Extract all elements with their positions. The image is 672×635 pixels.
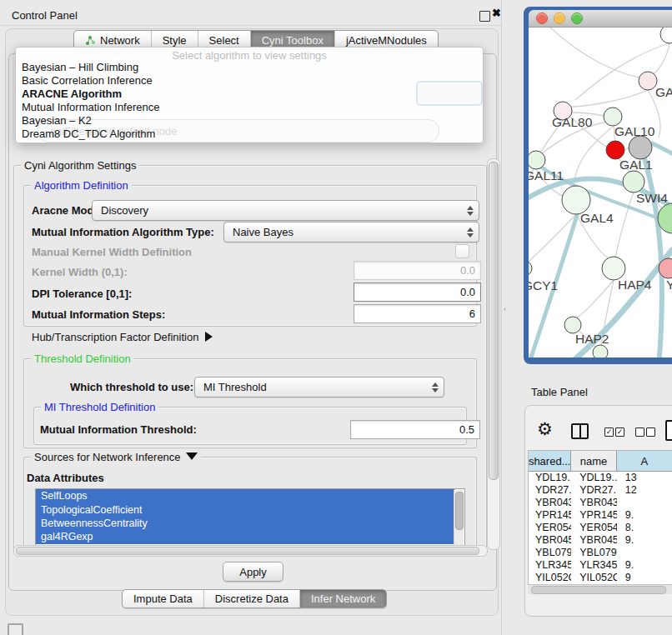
aracne-mode-value: Discovery <box>101 204 148 217</box>
network-node-hap2[interactable] <box>564 317 581 333</box>
node-table[interactable]: shared...nameA YDL19...YDL19...13YDR27..… <box>528 450 672 585</box>
gear-icon[interactable]: ⚙ <box>537 419 553 439</box>
close-panel-icon[interactable]: ✖ <box>492 7 501 19</box>
network-window-titlebar[interactable] <box>529 10 672 28</box>
tab-label: Infer Network <box>311 592 375 605</box>
manual-kernel-checkbox[interactable] <box>455 244 469 258</box>
attribute-item-betweennesscentrality[interactable]: BetweennessCentrality <box>36 517 454 530</box>
mi-steps-input[interactable]: 6 <box>354 304 481 323</box>
table-cell: YDL19... <box>529 472 571 484</box>
minimize-window-icon[interactable] <box>554 12 565 24</box>
titlebar-divider <box>0 25 503 26</box>
network-node-gal4[interactable] <box>562 186 590 214</box>
mi-threshold-input[interactable]: 0.5 <box>350 420 480 439</box>
algorithm-option-dream8-dc-tdc-algorithm[interactable]: Dream8 DC_TDC Algorithm <box>18 128 480 141</box>
network-node-gal10[interactable] <box>604 108 622 126</box>
table-panel-title: Table Panel <box>531 386 588 398</box>
node-label-gcy1: GCY1 <box>529 278 558 292</box>
data-attributes-list[interactable]: SelfLoopsTopologicalCoefficientBetweenne… <box>35 488 465 548</box>
settings-scrollbar-thumb[interactable] <box>489 162 499 480</box>
mi-type-select[interactable]: Naive Bayes <box>223 222 479 242</box>
algorithm-option-mutual-information-inference[interactable]: Mutual Information Inference <box>18 101 480 114</box>
table-cell: 9. <box>617 558 672 571</box>
list-scrollbar-thumb[interactable] <box>455 492 464 530</box>
table-cell: YIL052C <box>571 571 617 583</box>
sash-collapse-icon[interactable]: ‹ <box>504 305 506 313</box>
table-cell: YBL079W <box>571 546 617 558</box>
hub-definition-toggle[interactable]: Hub/Transcription Factor Definition <box>32 331 213 343</box>
table-row[interactable]: YLR345WYLR345W9. <box>529 558 672 571</box>
attribute-item-gal4rgexp[interactable]: gal4RGexp <box>36 530 454 543</box>
kernel-width-label: Kernel Width (0,1): <box>32 266 128 278</box>
aracne-mode-select[interactable]: Discovery <box>92 200 479 221</box>
table-row[interactable]: YDR27...YDR27...12 <box>529 484 672 497</box>
network-nodes: GALGAL80GAL10GAL1GAL11SWI4GAL4GCY1HAP4YH… <box>529 28 672 358</box>
which-threshold-label: Which threshold to use: <box>70 381 193 393</box>
table-row[interactable]: YPR145WYPR145W9. <box>529 509 672 522</box>
mi-threshold-label: Mutual Information Threshold: <box>40 423 197 436</box>
tab-impute-data[interactable]: Impute Data <box>123 590 204 608</box>
table-row[interactable]: YBL079WYBL079W <box>529 546 672 558</box>
zoom-window-icon[interactable] <box>571 12 583 24</box>
table-hscrollbar-thumb[interactable] <box>531 586 666 594</box>
network-node[interactable] <box>593 345 608 358</box>
network-node-gal[interactable] <box>639 72 657 90</box>
table-cell: YBR045C <box>529 533 571 546</box>
tab-infer-network[interactable]: Infer Network <box>300 590 386 608</box>
sources-group-title[interactable]: Sources for Network Inference <box>31 451 201 463</box>
list-scrollbar[interactable] <box>454 490 464 545</box>
application-window: Control Panel ✖ NetworkStyleSelectCyni T… <box>0 0 672 635</box>
table-cell: 9 <box>617 571 672 583</box>
algorithm-option-aracne-algorithm[interactable]: ARACNE Algorithm <box>18 88 480 101</box>
network-node[interactable] <box>660 28 672 43</box>
checked-checkbox-icon[interactable]: ✓ <box>604 428 614 437</box>
checked-checkbox-icon[interactable]: ✓ <box>615 428 624 437</box>
network-node[interactable] <box>629 136 652 159</box>
table-hscrollbar[interactable] <box>528 584 672 594</box>
table-cell: YER054C <box>529 522 571 534</box>
network-node-swi4[interactable] <box>623 171 644 192</box>
settings-hscrollbar-thumb[interactable] <box>16 547 479 555</box>
float-panel-button[interactable] <box>479 11 490 22</box>
resize-grip-icon[interactable] <box>8 623 23 635</box>
table-row[interactable]: YBR045CYBR045C9. <box>529 533 672 546</box>
tab-label: jActiveMNodules <box>346 34 427 47</box>
settings-hscrollbar[interactable] <box>13 545 488 557</box>
file-icon[interactable] <box>665 420 672 441</box>
network-canvas[interactable]: GALGAL80GAL10GAL1GAL11SWI4GAL4GCY1HAP4YH… <box>529 28 672 358</box>
network-node-hap4[interactable] <box>602 257 625 280</box>
apply-button[interactable]: Apply <box>223 562 283 582</box>
table-cell: 12 <box>617 484 672 497</box>
table-row[interactable]: YBR043CYBR043C <box>529 497 672 509</box>
unchecked-checkbox-icon[interactable] <box>635 428 644 437</box>
algorithm-option-bayesian-hill-climbing[interactable]: Bayesian – Hill Climbing <box>18 61 480 74</box>
collapsed-arrow-icon <box>205 332 213 342</box>
settings-scrollbar[interactable] <box>487 158 500 550</box>
table-row[interactable]: YIL052CYIL052C9 <box>529 571 672 583</box>
algorithm-option-bayesian-k2[interactable]: Bayesian – K2 <box>18 114 480 128</box>
column-header-name[interactable]: name <box>571 451 616 471</box>
unchecked-checkbox-icon[interactable] <box>646 428 655 437</box>
attribute-item-topologicalcoefficient[interactable]: TopologicalCoefficient <box>36 502 454 516</box>
which-threshold-select[interactable]: MI Threshold <box>194 377 444 398</box>
attribute-item-selfloops[interactable]: SelfLoops <box>36 489 454 502</box>
table-row[interactable]: YER054CYER054C8. <box>529 522 672 534</box>
column-header-a[interactable]: A <box>617 451 672 471</box>
column-header-shared[interactable]: shared... <box>529 451 571 471</box>
close-window-icon[interactable] <box>536 12 548 24</box>
network-node-gal11[interactable] <box>529 151 545 169</box>
split-columns-icon[interactable] <box>571 423 589 439</box>
tab-label: Impute Data <box>133 592 193 605</box>
dpi-tolerance-input[interactable]: 0.0 <box>354 282 481 302</box>
network-node-gcy1[interactable] <box>529 261 532 276</box>
table-cell: 9. <box>617 533 672 546</box>
table-cell: YDR27... <box>571 484 617 497</box>
network-node-gal1[interactable] <box>606 141 624 159</box>
table-row[interactable]: YDL19...YDL19...13 <box>529 472 672 484</box>
mi-type-label: Mutual Information Algorithm Type: <box>32 226 214 238</box>
kernel-width-input[interactable]: 0.0 <box>354 261 481 280</box>
node-label-y: Y <box>666 278 672 292</box>
tab-discretize-data[interactable]: Discretize Data <box>204 590 300 608</box>
table-cell <box>617 497 672 509</box>
algorithm-option-basic-correlation-inference[interactable]: Basic Correlation Inference <box>18 74 480 88</box>
